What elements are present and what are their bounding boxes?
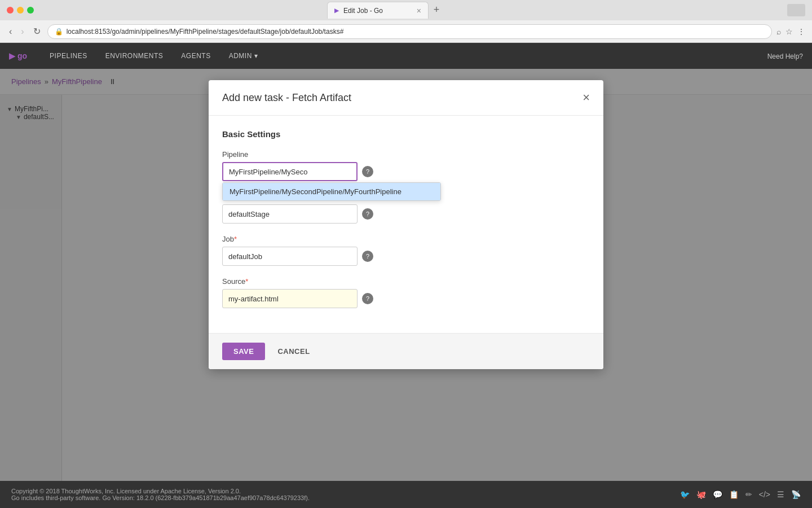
tab-title: Edit Job - Go xyxy=(343,7,383,15)
source-input[interactable] xyxy=(222,289,358,308)
search-icon[interactable]: ⌕ xyxy=(776,27,781,36)
dialog-title: Add new task - Fetch Artifact xyxy=(222,92,351,104)
browser-title-bar: ▶ Edit Job - Go × + xyxy=(0,0,812,20)
job-input-wrap: ? xyxy=(222,247,590,266)
footer-text: Copyright © 2018 ThoughtWorks, Inc. Lice… xyxy=(11,488,310,501)
nav-right: Need Help? xyxy=(767,52,812,60)
close-traffic-light[interactable] xyxy=(7,7,14,14)
back-button[interactable]: ‹ xyxy=(7,24,14,39)
reload-button[interactable]: ↻ xyxy=(31,24,43,39)
address-input[interactable]: 🔒 localhost:8153/go/admin/pipelines/MyFi… xyxy=(47,24,772,39)
pipeline-help-icon[interactable]: ? xyxy=(362,166,373,177)
maximize-traffic-light[interactable] xyxy=(27,7,34,14)
go-logo[interactable]: ▶ go xyxy=(9,51,27,60)
twitter-icon[interactable]: 🐦 xyxy=(680,490,690,499)
minimize-traffic-light[interactable] xyxy=(17,7,24,14)
dialog-body: Basic Settings Pipeline ? MyFirstPipelin… xyxy=(209,116,603,333)
source-label: Source* xyxy=(222,277,590,286)
nav-environments[interactable]: ENVIRONMENTS xyxy=(96,43,173,69)
dialog-footer: SAVE CANCEL xyxy=(209,333,603,369)
dialog-header: Add new task - Fetch Artifact × xyxy=(209,80,603,116)
job-label: Job* xyxy=(222,235,590,243)
rss-icon[interactable]: 📡 xyxy=(791,490,801,499)
pipeline-label: Pipeline xyxy=(222,150,590,159)
tab-close-button[interactable]: × xyxy=(417,7,421,15)
go-logo-text: go xyxy=(17,51,27,60)
need-help-link[interactable]: Need Help? xyxy=(767,52,803,60)
dialog: Add new task - Fetch Artifact × Basic Se… xyxy=(209,80,603,369)
dialog-overlay: Add new task - Fetch Artifact × Basic Se… xyxy=(0,69,812,481)
address-icons: ⌕ ☆ ⋮ xyxy=(776,27,805,36)
tab-favicon: ▶ xyxy=(334,7,339,14)
pipeline-form-group: Pipeline ? MyFirstPipeline/MySecondPipel… xyxy=(222,150,590,181)
app-footer: Copyright © 2018 ThoughtWorks, Inc. Lice… xyxy=(0,481,812,508)
job-required-marker: * xyxy=(234,235,237,243)
source-form-group: Source* ? xyxy=(222,277,590,308)
edit-icon[interactable]: ✏ xyxy=(745,490,752,499)
browser-controls xyxy=(787,4,805,16)
go-logo-icon: ▶ xyxy=(9,51,15,60)
new-tab-button[interactable]: + xyxy=(429,2,444,17)
forward-button[interactable]: › xyxy=(19,24,26,39)
source-help-icon[interactable]: ? xyxy=(362,293,373,304)
dialog-close-button[interactable]: × xyxy=(582,91,590,104)
cancel-button[interactable]: CANCEL xyxy=(272,343,315,360)
stage-input-wrap: ? xyxy=(222,204,590,224)
stage-input[interactable] xyxy=(222,204,358,224)
address-text: localhost:8153/go/admin/pipelines/MyFift… xyxy=(67,28,344,36)
app-navbar: ▶ go PIPELINES ENVIRONMENTS AGENTS ADMIN… xyxy=(0,43,812,69)
chat-icon[interactable]: 💬 xyxy=(713,490,722,499)
address-bar: ‹ › ↻ 🔒 localhost:8153/go/admin/pipeline… xyxy=(0,20,812,43)
traffic-lights xyxy=(7,7,34,14)
active-tab[interactable]: ▶ Edit Job - Go × xyxy=(327,2,429,19)
source-input-wrap: ? xyxy=(222,289,590,308)
nav-items: PIPELINES ENVIRONMENTS AGENTS ADMIN ▾ xyxy=(41,43,267,69)
footer-icons: 🐦 🐙 💬 📋 ✏ </> ☰ 📡 xyxy=(680,490,801,499)
list-icon[interactable]: ☰ xyxy=(777,490,784,499)
docs-icon[interactable]: 📋 xyxy=(729,490,739,499)
job-form-group: Job* ? xyxy=(222,235,590,266)
bookmark-icon[interactable]: ☆ xyxy=(785,27,793,36)
stage-help-icon[interactable]: ? xyxy=(362,208,373,220)
source-required-marker: * xyxy=(245,277,248,286)
autocomplete-item[interactable]: MyFirstPipeline/MySecondPipeline/MyFourt… xyxy=(223,183,440,200)
pipeline-input[interactable] xyxy=(222,162,358,181)
nav-admin[interactable]: ADMIN ▾ xyxy=(220,43,267,69)
code-icon[interactable]: </> xyxy=(759,490,770,499)
nav-pipelines[interactable]: PIPELINES xyxy=(41,43,96,69)
menu-icon[interactable]: ⋮ xyxy=(797,27,805,36)
save-button[interactable]: SAVE xyxy=(222,343,265,360)
github-icon[interactable]: 🐙 xyxy=(696,490,706,499)
job-input[interactable] xyxy=(222,247,358,266)
section-title: Basic Settings xyxy=(222,129,590,139)
pipeline-input-wrap: ? MyFirstPipeline/MySecondPipeline/MyFou… xyxy=(222,162,590,181)
nav-agents[interactable]: AGENTS xyxy=(172,43,219,69)
autocomplete-dropdown: MyFirstPipeline/MySecondPipeline/MyFourt… xyxy=(222,182,441,201)
job-help-icon[interactable]: ? xyxy=(362,251,373,262)
